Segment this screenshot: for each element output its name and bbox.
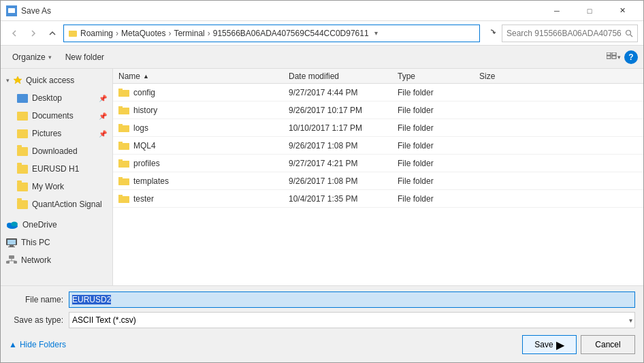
onedrive-icon (6, 221, 18, 229)
file-name-cell: history (118, 106, 289, 115)
file-type-cell: File folder (398, 176, 479, 186)
help-button[interactable]: ? (624, 50, 638, 64)
network-icon (6, 255, 17, 265)
savetype-label: Save as type: (9, 315, 63, 325)
search-box[interactable] (502, 25, 638, 42)
view-button[interactable]: ▾ (604, 48, 623, 66)
table-row[interactable]: templates 9/26/2017 1:08 PM File folder (113, 172, 643, 190)
svg-rect-20 (6, 261, 10, 264)
desktop-label: Desktop (32, 93, 62, 103)
table-row[interactable]: MQL4 9/26/2017 1:08 PM File folder (113, 137, 643, 155)
pictures-icon (17, 129, 28, 138)
sidebar-item-documents[interactable]: Documents 📌 (1, 107, 112, 125)
sidebar-item-thispc[interactable]: This PC (1, 234, 112, 251)
sidebar-item-desktop[interactable]: Desktop 📌 (1, 89, 112, 107)
svg-rect-8 (612, 52, 616, 55)
table-row[interactable]: tester 10/4/2017 1:35 PM File folder (113, 190, 643, 208)
file-name-cell: profiles (118, 159, 289, 168)
svg-rect-4 (69, 31, 72, 32)
path-dropdown[interactable]: ▾ (374, 29, 378, 37)
organize-arrow: ▾ (48, 54, 52, 61)
file-type-cell: File folder (398, 159, 479, 168)
quick-access-header[interactable]: ▾ Quick access (1, 72, 112, 89)
table-row[interactable]: profiles 9/27/2017 4:21 PM File folder (113, 155, 643, 172)
cancel-button[interactable]: Cancel (581, 335, 635, 354)
folder-icon (118, 176, 129, 186)
file-name-cell: templates (118, 176, 289, 186)
search-icon (625, 29, 633, 37)
address-path[interactable]: Roaming › MetaQuotes › Terminal › 915566… (63, 25, 480, 42)
file-date-cell: 10/10/2017 1:17 PM (289, 123, 398, 133)
forward-button[interactable] (25, 25, 42, 42)
sidebar-item-downloaded[interactable]: Downloaded (1, 142, 112, 160)
svg-rect-16 (7, 240, 16, 244)
table-row[interactable]: logs 10/10/2017 1:17 PM File folder (113, 119, 643, 137)
sidebar-item-quantaction[interactable]: QuantAction Signal (1, 195, 112, 213)
file-rows-container: config 9/27/2017 4:44 PM File folder his… (113, 84, 643, 208)
col-header-name[interactable]: Name ▲ (118, 69, 289, 83)
folder-icon (118, 194, 129, 204)
maximize-button[interactable]: □ (574, 1, 605, 21)
table-row[interactable]: config 9/27/2017 4:44 PM File folder (113, 84, 643, 101)
svg-rect-19 (9, 255, 14, 259)
eurusd-label: EURUSD H1 (32, 164, 79, 174)
cursor-indicator: ▶ (556, 338, 564, 351)
svg-rect-18 (8, 247, 15, 247)
sep2: › (168, 29, 171, 38)
downloaded-label: Downloaded (32, 146, 78, 156)
mywork-folder-icon (17, 183, 28, 191)
filename-label: File name: (9, 295, 63, 304)
folder-icon (118, 159, 129, 168)
titlebar-title: Save As (21, 6, 51, 16)
refresh-button[interactable] (483, 25, 499, 42)
sidebar-item-mywork[interactable]: My Work (1, 178, 112, 195)
hide-folders-button[interactable]: ▲ Hide Folders (9, 338, 66, 351)
file-date-cell: 9/27/2017 4:44 PM (289, 88, 398, 97)
savetype-wrapper: ASCII Text (*.csv)CSV (*.csv)Text (*.txt… (69, 312, 635, 328)
sep1: › (116, 29, 118, 38)
svg-line-6 (630, 35, 632, 37)
file-date-cell: 9/26/2017 1:08 PM (289, 141, 398, 151)
savetype-select[interactable]: ASCII Text (*.csv)CSV (*.csv)Text (*.txt… (69, 312, 635, 328)
quantaction-label: QuantAction Signal (32, 200, 102, 209)
documents-icon (17, 112, 28, 121)
svg-rect-36 (118, 143, 129, 150)
bottom-row: ▲ Hide Folders Save ▶ Cancel (9, 332, 635, 357)
sidebar-item-network[interactable]: Network (1, 251, 112, 269)
svg-point-5 (626, 30, 631, 35)
col-header-size[interactable]: Size (479, 69, 534, 83)
sidebar-item-eurusd[interactable]: EURUSD H1 (1, 160, 112, 178)
sidebar-item-pictures[interactable]: Pictures 📌 (1, 125, 112, 142)
close-button[interactable]: ✕ (607, 1, 638, 21)
quick-access-icon (12, 75, 23, 86)
filename-input[interactable] (69, 291, 635, 308)
up-button[interactable] (44, 25, 61, 42)
sidebar-item-onedrive[interactable]: OneDrive (1, 216, 112, 234)
save-button[interactable]: Save ▶ (522, 335, 577, 354)
table-row[interactable]: history 9/26/2017 10:17 PM File folder (113, 101, 643, 119)
minimize-button[interactable]: ─ (541, 1, 573, 21)
action-buttons: Save ▶ Cancel (522, 332, 635, 357)
svg-point-14 (11, 222, 18, 227)
view-arrow: ▾ (617, 54, 621, 61)
addressbar: Roaming › MetaQuotes › Terminal › 915566… (1, 21, 643, 46)
titlebar-icon (6, 5, 17, 16)
pin-icon-pictures: 📌 (99, 130, 107, 138)
quick-access-section: ▾ Quick access Desktop 📌 Documents 📌 (1, 72, 112, 213)
col-header-type[interactable]: Type (398, 69, 479, 83)
file-date-cell: 10/4/2017 1:35 PM (289, 194, 398, 204)
back-button[interactable] (6, 25, 22, 42)
sort-arrow: ▲ (143, 73, 149, 80)
path-roaming: Roaming (80, 29, 113, 38)
mywork-label: My Work (32, 182, 64, 191)
organize-button[interactable]: Organize ▾ (6, 48, 58, 66)
folder-icon (118, 88, 129, 97)
new-folder-button[interactable]: New folder (59, 48, 110, 66)
search-input[interactable] (506, 29, 622, 38)
thispc-icon (6, 238, 17, 247)
network-label: Network (21, 255, 51, 265)
file-date-cell: 9/26/2017 1:08 PM (289, 176, 398, 186)
svg-rect-10 (612, 56, 616, 59)
col-header-date[interactable]: Date modified (289, 69, 398, 83)
svg-rect-9 (607, 56, 611, 59)
